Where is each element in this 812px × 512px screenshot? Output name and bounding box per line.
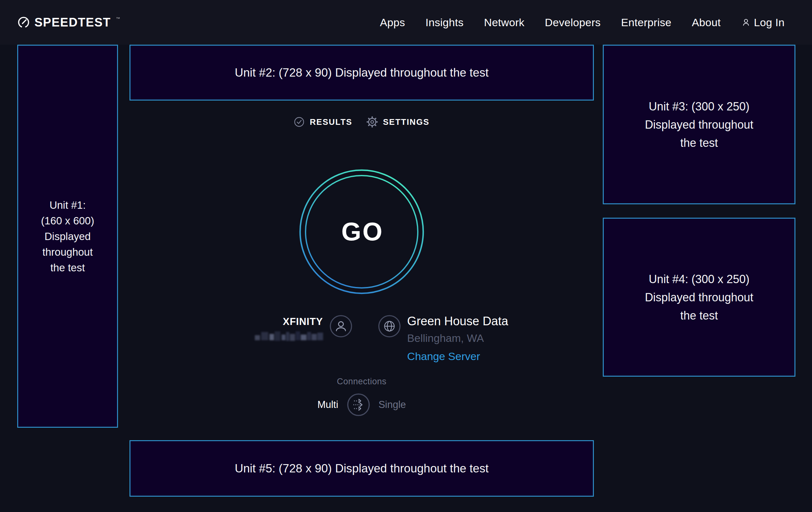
ad-unit-3-text: Unit #3: (300 x 250) Displayed throughou… xyxy=(645,97,753,152)
change-server-link[interactable]: Change Server xyxy=(407,350,480,362)
nav-item-enterprise[interactable]: Enterprise xyxy=(621,16,671,29)
tab-settings-label: SETTINGS xyxy=(383,117,430,127)
gear-icon xyxy=(367,116,378,128)
redacted-ip-pixelation xyxy=(255,331,323,341)
isp-info: XFINITY xyxy=(255,314,352,341)
speedtest-gauge-icon xyxy=(17,16,30,29)
go-button-label: GO xyxy=(298,168,426,296)
server-info: Green House Data Bellingham, WA Change S… xyxy=(378,314,509,362)
nav-item-about[interactable]: About xyxy=(692,16,721,29)
nav-item-insights[interactable]: Insights xyxy=(426,16,464,29)
login-label: Log In xyxy=(754,16,785,29)
nav-item-network[interactable]: Network xyxy=(484,16,525,29)
connections-label: Connections xyxy=(337,377,386,386)
ad-unit-5[interactable]: Unit #5: (728 x 90) Displayed throughout… xyxy=(129,440,594,497)
user-icon xyxy=(741,18,751,27)
server-name: Green House Data xyxy=(407,314,509,328)
go-button[interactable]: GO xyxy=(298,168,426,296)
check-circle-icon xyxy=(294,116,304,127)
isp-name: XFINITY xyxy=(283,316,323,327)
logo-text: SPEEDTEST xyxy=(34,16,111,29)
tab-results-label: RESULTS xyxy=(310,117,352,127)
ad-unit-5-text: Unit #5: (728 x 90) Displayed throughout… xyxy=(235,462,489,475)
speedtest-panel: RESULTS SETTINGS xyxy=(129,45,594,416)
globe-icon xyxy=(378,315,401,338)
ad-unit-4[interactable]: Unit #4: (300 x 250) Displayed throughou… xyxy=(603,218,795,377)
nav-menu: Apps Insights Network Developers Enterpr… xyxy=(380,16,785,29)
server-location: Bellingham, WA xyxy=(407,332,484,344)
ad-unit-4-text: Unit #4: (300 x 250) Displayed throughou… xyxy=(645,270,753,325)
ad-unit-1-text: Unit #1: (160 x 600) Displayed throughou… xyxy=(41,197,94,275)
connection-info-row: XFINITY xyxy=(255,314,509,362)
connections-single-option[interactable]: Single xyxy=(379,399,406,410)
nav-item-login[interactable]: Log In xyxy=(741,16,785,29)
ad-unit-1[interactable]: Unit #1: (160 x 600) Displayed throughou… xyxy=(17,45,118,428)
connections-toggle-icon[interactable] xyxy=(347,393,370,416)
top-nav-bar: SPEEDTEST ™ Apps Insights Network Develo… xyxy=(0,0,812,45)
tab-results[interactable]: RESULTS xyxy=(294,116,352,127)
tab-settings[interactable]: SETTINGS xyxy=(367,116,430,128)
logo[interactable]: SPEEDTEST ™ xyxy=(17,16,120,29)
nav-item-apps[interactable]: Apps xyxy=(380,16,405,29)
tabs: RESULTS SETTINGS xyxy=(294,116,429,128)
user-avatar-icon xyxy=(329,315,352,338)
nav-item-developers[interactable]: Developers xyxy=(545,16,601,29)
connections-multi-option[interactable]: Multi xyxy=(317,399,338,410)
logo-trademark: ™ xyxy=(116,16,120,21)
ad-unit-3[interactable]: Unit #3: (300 x 250) Displayed throughou… xyxy=(603,45,795,204)
connections-toggle-row: Multi Single xyxy=(317,393,406,416)
